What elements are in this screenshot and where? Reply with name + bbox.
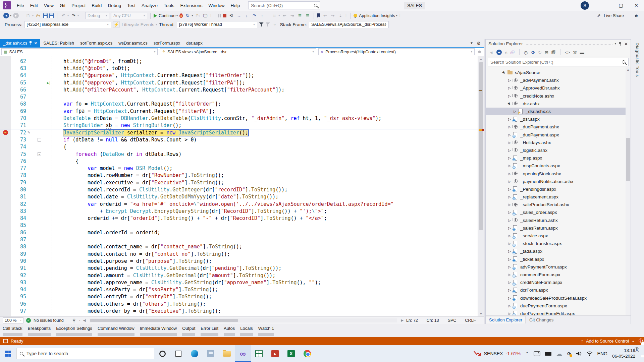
code-line-73[interactable]: 73−if (dtData != null && dtData.Rows.Cou… [0,136,484,143]
code-line-75[interactable]: 75−foreach (DataRow dr in dtData.Rows) [0,150,484,158]
code-line-79[interactable]: 79model.executive = dr["Executive"].ToSt… [0,179,484,186]
tab-git-changes[interactable]: Git Changes [526,316,556,323]
menu-test[interactable]: Test [124,0,139,11]
menu-tools[interactable]: Tools [161,0,177,11]
chevron-collapsed-icon[interactable]: ▷ [507,78,512,82]
code-line-69[interactable]: 69var fpa = HttpContext.Current.Request[… [0,108,484,115]
undo-icon[interactable]: ↶ [60,13,66,19]
chevron-collapsed-icon[interactable]: ▷ [507,172,512,176]
code-line-87[interactable]: 87 [0,236,484,243]
code-line-92[interactable]: 92model.amount = ClsUtility.GetDecimal(d… [0,272,484,279]
chevron-collapsed-icon[interactable]: ▷ [507,117,512,121]
chevron-collapsed-icon[interactable]: ▷ [507,148,512,152]
tree-item-advpaymentform-aspx[interactable]: ▷advPaymentForm.aspx [486,263,631,271]
line-numbers-icon[interactable]: ⌗ [271,13,277,19]
code-line-68[interactable]: 68var fo = HttpContext.Current.Request["… [0,101,484,108]
health-indicator-icon[interactable]: ✓ [26,318,31,323]
code-line-77[interactable]: 77var model = new DSR_Model(); [0,165,484,172]
tree-item--holidays-ashx[interactable]: ▷_Holidays.ashx [486,139,631,146]
tree-item--dsr-ashx-cs[interactable]: ▷↱_dsr.ashx.cs [486,108,631,115]
window-position-icon[interactable]: ▾ [615,42,616,45]
tree-item--stock-transfer-aspx[interactable]: ▷_stock_transfer.aspx [486,240,631,247]
tree-item--advpayment-ashx[interactable]: ▷_advPayment.ashx [486,76,631,84]
navigate-forward-icon[interactable]: ► [13,13,19,18]
new-file-icon[interactable]: 🗋 [25,13,31,19]
restart-app-icon[interactable]: ↻ [184,13,191,19]
step-into-icon[interactable]: ↓ [244,13,250,19]
chevron-collapsed-icon[interactable]: ▷ [507,156,512,160]
properties-icon[interactable]: ⚒ [573,50,577,55]
code-line-90[interactable]: 90model.purpose = dr["purpose"].ToString… [0,257,484,264]
visual-studio-taskbar-icon[interactable]: ∞ [235,345,251,362]
chevron-collapsed-icon[interactable]: ▷ [507,125,512,129]
tree-item-creditnoteform-aspx[interactable]: ▷creditNoteForm.aspx [486,279,631,286]
stack-frame-dropdown[interactable]: SALES.views.sAjaxSource._dsr.ProcessRequ… [309,21,389,28]
show-all-files-icon[interactable]: 🗐 [551,50,556,55]
tree-item-duepaymentform-aspx[interactable]: ▷duePaymentForm.aspx [486,302,631,310]
next-bookmark-icon[interactable]: ⇢ [330,13,336,19]
tab-solution-explorer[interactable]: Solution Explorer [486,316,526,323]
tree-item--duepayment-ashx[interactable]: ▷_duePayment.ashx [486,123,631,131]
panel-tab-watch-1[interactable]: Watch 1 [258,326,274,337]
browse-with-icon[interactable]: 🗀 [195,13,201,19]
wifi-icon[interactable] [587,351,593,356]
code-line-63[interactable]: 63ht.Add("@toDt", toDt); [0,65,484,72]
panel-tab-locals[interactable]: Locals [240,326,253,337]
chevron-collapsed-icon[interactable]: ▷ [507,164,512,168]
chevron-collapsed-icon[interactable]: ▷ [507,304,512,308]
tab-list-dropdown-icon[interactable]: ▼ [470,41,473,45]
tree-item--logistic-ashx[interactable]: ▷_logistic.ashx [486,146,631,154]
chevron-collapsed-icon[interactable]: ▷ [507,226,512,230]
chevron-collapsed-icon[interactable]: ▷ [507,180,512,183]
save-icon[interactable] [43,13,48,18]
meet-now-icon[interactable] [534,351,540,356]
fold-collapse-icon[interactable]: − [38,152,41,156]
comment-icon[interactable]: ≣ [297,13,303,19]
excel-icon[interactable]: X [283,345,299,362]
collapse-all-icon[interactable]: ⊟ [545,50,548,55]
tree-item-commentform-aspx[interactable]: ▷commentForm.aspx [486,271,631,279]
tree-item--approveddsr-ashx[interactable]: ▷_ApprovedDsr.ashx [486,84,631,92]
start-button[interactable] [0,345,16,362]
chevron-expanded-icon[interactable]: ▶ [502,71,506,74]
uncomment-icon[interactable]: ≣ [305,13,311,19]
chevron-collapsed-icon[interactable]: ▷ [507,141,512,144]
stop-debugging-icon[interactable] [223,14,226,17]
panel-tab-breakpoints[interactable]: Breakpoints [28,326,51,337]
browser-preview-icon[interactable]: 🖵 [202,13,208,19]
chevron-collapsed-icon[interactable]: ▷ [507,249,512,253]
code-line-82[interactable]: 82var orderid = "<a href='#' onclick=\"w… [0,200,484,207]
application-insights-button[interactable]: Application Insights [359,13,395,18]
code-line-74[interactable]: 74{ [0,143,484,150]
increase-indent-icon[interactable]: ⇥ [289,13,295,19]
chevron-collapsed-icon[interactable]: ▷ [513,110,517,113]
diagnostic-tools-strip[interactable]: Diagnostic Tools [631,39,644,324]
menu-project[interactable]: Project [68,0,89,11]
scroll-right-icon[interactable]: ▶ [401,318,404,322]
panel-tab-immediate-window[interactable]: Immediate Window [140,326,177,337]
chevron-collapsed-icon[interactable]: ▷ [507,288,512,292]
feedback-icon[interactable]: ☻ [633,13,639,19]
breakpoint-current-line-icon[interactable]: ➜ [3,130,8,135]
pause-icon[interactable] [218,14,221,17]
tree-item--salesreturn-ashx[interactable]: ▷_salesReturn.ashx [486,217,631,224]
code-line-83[interactable]: 83+ Encrypt_Decrypt.EncryptQueryString(d… [0,207,484,215]
member-dropdown[interactable]: ◈ ProcessRequest(HttpContext context)▾ [318,48,475,55]
tree-item--duepayment-aspx[interactable]: ▷_duePayment.aspx [486,131,631,139]
tab-dsr-ashx-cs[interactable]: _dsr.ashx.cs ✕ [0,39,40,47]
panel-tab-exception-settings[interactable]: Exception Settings [56,326,92,337]
redo-icon[interactable]: ↷ [70,13,76,19]
code-editor[interactable]: 62ht.Add("@fromDt", fromDt);63ht.Add("@t… [0,56,484,316]
fold-collapse-icon[interactable]: − [38,138,41,141]
quick-search-input[interactable]: Search (Ctrl+Q) [248,1,320,9]
battery-icon[interactable] [545,352,551,356]
home-icon[interactable]: ⌂ [505,50,507,55]
code-line-95[interactable]: 95model.entryDt = dr["entryDt"].ToString… [0,293,484,300]
solution-configurations-dropdown[interactable]: Debug▾ [85,12,109,19]
tree-item--sales-order-aspx[interactable]: ▷_sales_order.aspx [486,208,631,216]
step-over-icon[interactable]: ↷ [251,13,257,19]
restart-debugging-icon[interactable]: ⟲ [228,13,234,19]
code-cleanup-icon[interactable]: ⚲ [71,317,77,323]
code-line-80[interactable]: 80model.recordId = ClsUtility.GetInteger… [0,186,484,193]
preview-selected-icon[interactable]: ▬ [580,50,584,55]
